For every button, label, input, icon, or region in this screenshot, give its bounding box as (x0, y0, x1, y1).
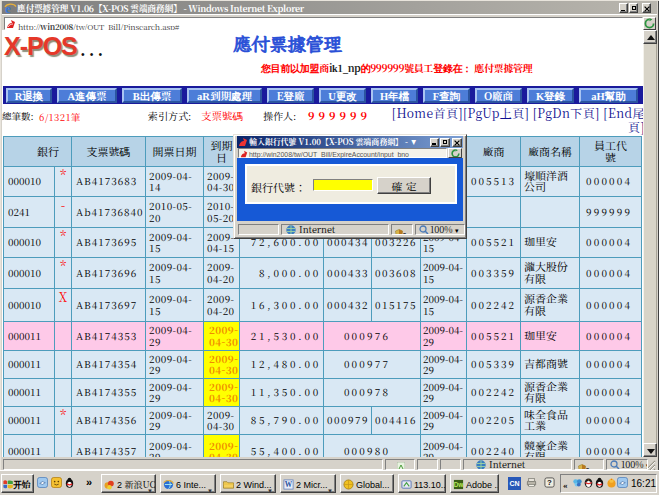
svg-text:?: ? (547, 478, 552, 487)
svg-text:Dw: Dw (454, 481, 464, 488)
svg-text:W: W (285, 480, 293, 489)
